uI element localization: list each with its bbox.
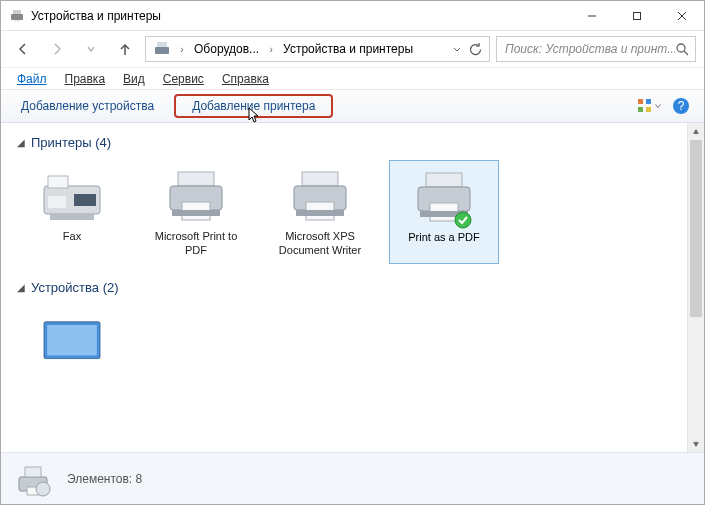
svg-text:?: ? — [678, 99, 685, 113]
help-button[interactable]: ? — [668, 93, 694, 119]
menu-view[interactable]: Вид — [115, 70, 153, 88]
group-devices[interactable]: ◢ Устройства (2) — [17, 280, 671, 295]
printers-grid: Fax Microsoft Print to PDF — [17, 160, 671, 264]
device-print-as-pdf[interactable]: Print as a PDF — [389, 160, 499, 264]
svg-rect-14 — [646, 99, 651, 104]
printer-icon — [408, 167, 480, 227]
back-button[interactable] — [9, 35, 37, 63]
forward-button[interactable] — [43, 35, 71, 63]
svg-rect-2 — [14, 20, 20, 22]
svg-rect-9 — [157, 42, 167, 47]
breadcrumb-seg-devices[interactable]: Устройства и принтеры — [277, 42, 419, 56]
window-icon — [9, 8, 25, 24]
svg-point-44 — [36, 482, 50, 496]
navigation-bar: › Оборудов... › Устройства и принтеры — [1, 31, 704, 67]
svg-rect-38 — [47, 325, 97, 355]
status-text: Элементов: 8 — [67, 472, 142, 486]
search-input[interactable] — [505, 42, 675, 56]
svg-rect-4 — [633, 12, 640, 19]
minimize-button[interactable] — [569, 1, 614, 30]
menu-file[interactable]: Файл — [9, 70, 55, 88]
svg-rect-31 — [296, 210, 344, 216]
svg-rect-16 — [646, 107, 651, 112]
scroll-thumb[interactable] — [690, 140, 702, 317]
default-check-icon — [454, 211, 472, 229]
search-box[interactable] — [496, 36, 696, 62]
device-xps-writer[interactable]: Microsoft XPS Document Writer — [265, 160, 375, 264]
cursor-icon — [247, 107, 261, 128]
chevron-right-icon: › — [176, 44, 188, 55]
printer-icon — [284, 166, 356, 226]
window-title: Устройства и принтеры — [31, 9, 569, 23]
svg-rect-10 — [158, 54, 166, 56]
refresh-button[interactable] — [463, 37, 487, 61]
device-label: Fax — [63, 230, 81, 244]
svg-rect-22 — [48, 196, 66, 208]
breadcrumb-icon — [152, 39, 172, 59]
collapse-icon: ◢ — [17, 282, 25, 293]
chevron-right-icon: › — [265, 44, 277, 55]
breadcrumb-seg-hardware[interactable]: Оборудов... — [188, 42, 265, 56]
add-printer-button[interactable]: Добавление принтера — [174, 94, 333, 118]
menu-edit[interactable]: Правка — [57, 70, 114, 88]
svg-rect-20 — [48, 176, 68, 188]
group-devices-label: Устройства (2) — [31, 280, 119, 295]
svg-rect-21 — [74, 194, 96, 206]
svg-rect-27 — [172, 210, 220, 216]
svg-rect-15 — [638, 107, 643, 112]
svg-rect-23 — [50, 214, 94, 220]
svg-marker-40 — [694, 442, 699, 446]
fax-icon — [36, 166, 108, 226]
svg-marker-39 — [694, 129, 699, 133]
device-fax[interactable]: Fax — [17, 160, 127, 264]
content-area: ◢ Принтеры (4) Fax — [1, 123, 687, 452]
scroll-up-button[interactable] — [688, 123, 704, 140]
maximize-button[interactable] — [614, 1, 659, 30]
add-device-button[interactable]: Добавление устройства — [11, 95, 164, 117]
menu-tools[interactable]: Сервис — [155, 70, 212, 88]
menubar: Файл Правка Вид Сервис Справка — [1, 67, 704, 89]
scroll-down-button[interactable] — [688, 435, 704, 452]
svg-point-36 — [455, 212, 471, 228]
svg-point-11 — [677, 44, 685, 52]
search-icon[interactable] — [675, 42, 689, 56]
devices-grid — [17, 305, 671, 377]
toolbar: Добавление устройства Добавление принтер… — [1, 89, 704, 123]
collapse-icon: ◢ — [17, 137, 25, 148]
view-options-button[interactable] — [636, 93, 662, 119]
printer-icon — [160, 166, 232, 226]
svg-rect-8 — [155, 47, 169, 54]
svg-rect-0 — [11, 14, 23, 20]
device-ms-print-pdf[interactable]: Microsoft Print to PDF — [141, 160, 251, 264]
monitor-icon — [36, 311, 108, 371]
svg-rect-28 — [302, 172, 338, 186]
close-button[interactable] — [659, 1, 704, 30]
titlebar: Устройства и принтеры — [1, 1, 704, 31]
svg-rect-13 — [638, 99, 643, 104]
svg-rect-1 — [13, 10, 21, 14]
status-icon — [13, 459, 53, 499]
svg-rect-24 — [178, 172, 214, 186]
group-printers[interactable]: ◢ Принтеры (4) — [17, 135, 671, 150]
menu-help[interactable]: Справка — [214, 70, 277, 88]
device-label: Microsoft XPS Document Writer — [269, 230, 371, 258]
breadcrumb[interactable]: › Оборудов... › Устройства и принтеры — [145, 36, 490, 62]
group-printers-label: Принтеры (4) — [31, 135, 111, 150]
statusbar: Элементов: 8 — [1, 452, 704, 504]
up-button[interactable] — [111, 35, 139, 63]
vertical-scrollbar[interactable] — [687, 123, 704, 452]
device-label: Print as a PDF — [408, 231, 480, 245]
svg-line-12 — [684, 51, 688, 55]
recent-button[interactable] — [77, 35, 105, 63]
svg-rect-32 — [426, 173, 462, 187]
device-label: Microsoft Print to PDF — [145, 230, 247, 258]
device-monitor[interactable] — [17, 305, 127, 377]
svg-rect-42 — [25, 467, 41, 477]
